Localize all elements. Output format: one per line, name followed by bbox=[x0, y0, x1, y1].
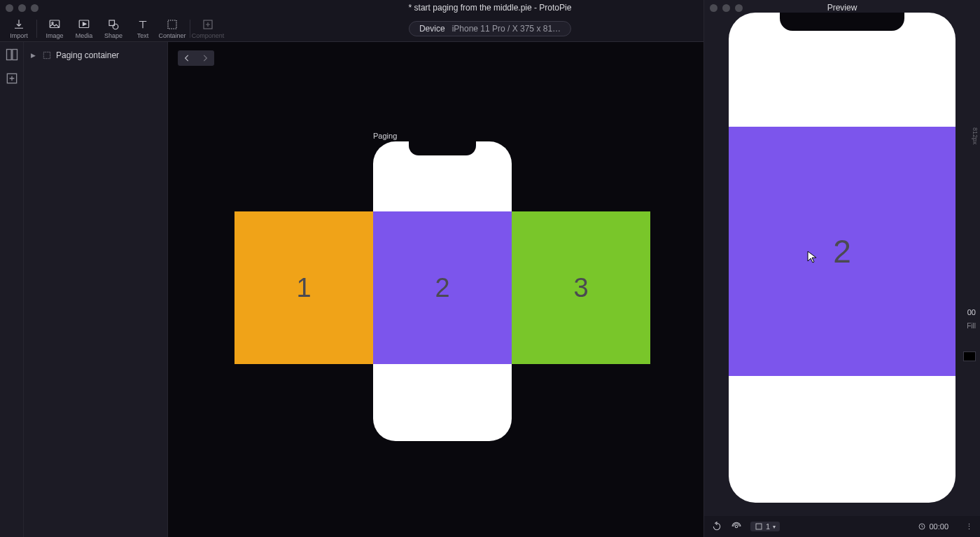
preview-page-2[interactable]: 2 bbox=[729, 127, 955, 376]
preview-page-label: 2 bbox=[833, 232, 851, 270]
page-1-block[interactable]: 1 bbox=[234, 211, 373, 364]
restart-icon[interactable] bbox=[711, 521, 722, 532]
text-tool-button[interactable]: Text bbox=[128, 15, 158, 42]
media-tool-button[interactable]: Media bbox=[69, 15, 99, 42]
import-label: Import bbox=[10, 32, 28, 39]
container-tool-label: Container bbox=[158, 32, 186, 39]
phone-notch-icon bbox=[409, 141, 476, 155]
container-icon bbox=[42, 50, 52, 60]
page-3-block[interactable]: 3 bbox=[512, 211, 650, 364]
svg-rect-8 bbox=[12, 50, 17, 60]
nav-back-button[interactable] bbox=[178, 50, 196, 66]
add-scene-icon[interactable] bbox=[5, 71, 19, 85]
preview-footer: 1 ▾ 00:00 ⋮ bbox=[704, 516, 980, 537]
text-tool-label: Text bbox=[137, 32, 149, 39]
svg-rect-5 bbox=[168, 20, 176, 29]
artboard-label[interactable]: Paging bbox=[373, 132, 397, 140]
image-tool-label: Image bbox=[46, 32, 63, 39]
minimize-window-icon[interactable] bbox=[722, 4, 730, 12]
close-window-icon[interactable] bbox=[710, 4, 718, 12]
maximize-window-icon[interactable] bbox=[31, 4, 38, 12]
caret-right-icon[interactable]: ▶ bbox=[31, 52, 38, 59]
import-button[interactable]: Import bbox=[4, 15, 34, 42]
scene-page-number: 1 bbox=[766, 522, 770, 531]
close-window-icon[interactable] bbox=[6, 4, 13, 12]
preview-phone[interactable]: 2 bbox=[729, 13, 955, 503]
page-2-block[interactable]: 2 bbox=[373, 211, 512, 364]
layer-label: Paging container bbox=[56, 50, 119, 60]
page-3-label: 3 bbox=[573, 273, 588, 303]
opacity-value: 00 bbox=[967, 308, 976, 316]
toolbar-divider bbox=[190, 20, 190, 38]
layers-panel: ▶ Paging container bbox=[24, 42, 168, 537]
layer-row-paging-container[interactable]: ▶ Paging container bbox=[24, 46, 167, 64]
preview-timer: 00:00 bbox=[918, 522, 948, 531]
left-rail bbox=[0, 42, 24, 537]
fill-label: Fill bbox=[967, 322, 976, 330]
container-tool-button[interactable]: Container bbox=[158, 15, 187, 42]
more-icon[interactable]: ⋮ bbox=[965, 522, 973, 531]
svg-point-4 bbox=[113, 24, 118, 29]
component-tool-button[interactable]: Component bbox=[193, 15, 223, 42]
device-value: iPhone 11 Pro / X 375 x 81… bbox=[452, 24, 561, 34]
chevron-down-icon: ▾ bbox=[773, 524, 776, 530]
toolbar-divider bbox=[36, 20, 37, 38]
maximize-window-icon[interactable] bbox=[735, 4, 743, 12]
preview-window: Preview 2 812px 00 Fill 1 bbox=[704, 0, 980, 537]
page-2-label: 2 bbox=[435, 273, 449, 303]
cursor-icon bbox=[807, 251, 817, 265]
device-label: Device bbox=[419, 24, 445, 34]
timer-value: 00:00 bbox=[929, 522, 948, 531]
height-hint: 812px bbox=[972, 127, 979, 145]
preview-notch-icon bbox=[780, 13, 904, 31]
scene-page-indicator[interactable]: 1 ▾ bbox=[750, 522, 780, 531]
page-1-label: 1 bbox=[296, 273, 311, 303]
preview-title: Preview bbox=[704, 3, 980, 13]
svg-point-11 bbox=[735, 525, 738, 528]
canvas-nav bbox=[178, 50, 214, 66]
shape-tool-button[interactable]: Shape bbox=[99, 15, 128, 42]
device-selector[interactable]: Device iPhone 11 Pro / X 375 x 81… bbox=[409, 21, 571, 36]
sensor-icon[interactable] bbox=[731, 521, 742, 532]
preview-body: 2 812px 00 Fill bbox=[704, 15, 980, 516]
image-tool-button[interactable]: Image bbox=[40, 15, 69, 42]
nav-forward-button[interactable] bbox=[196, 50, 214, 66]
svg-rect-7 bbox=[6, 50, 11, 60]
svg-rect-12 bbox=[756, 524, 762, 529]
svg-rect-10 bbox=[43, 52, 50, 58]
preview-traffic-lights bbox=[710, 4, 743, 12]
traffic-lights bbox=[6, 4, 38, 12]
shape-tool-label: Shape bbox=[104, 32, 122, 39]
fill-swatch[interactable] bbox=[963, 351, 976, 361]
media-tool-label: Media bbox=[76, 32, 93, 39]
scene-panel-icon[interactable] bbox=[5, 48, 19, 62]
minimize-window-icon[interactable] bbox=[18, 4, 26, 12]
component-tool-label: Component bbox=[192, 32, 225, 39]
